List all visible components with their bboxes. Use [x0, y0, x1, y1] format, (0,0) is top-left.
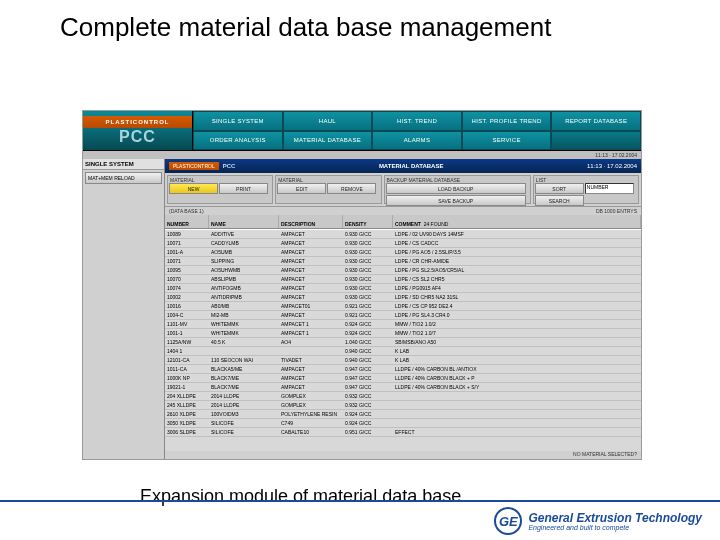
table-row[interactable]: 245 XLLDPE2014 LLDPEGOMPLEX0.932 G/CC — [165, 401, 641, 410]
cell-comment: EFFECT — [393, 428, 641, 436]
sort-button[interactable]: SORT — [535, 183, 584, 194]
remove-button[interactable]: REMOVE — [327, 183, 376, 194]
print-button[interactable]: PRINT — [219, 183, 268, 194]
sort-field[interactable]: NUMBER — [585, 183, 634, 194]
table-row[interactable]: 10070ABSLIPMBAMPACET0.930 G/CCLDPE / CS … — [165, 275, 641, 284]
table-body[interactable]: 10089ADDITIVEAMPACET0.930 G/CCLDPE / 02 … — [165, 229, 641, 451]
cell-name: 40.5 K — [209, 338, 279, 346]
cell-comment: SB/MSB/ANO A50 — [393, 338, 641, 346]
col-description[interactable]: DESCRIPTION — [279, 215, 343, 228]
cell-comment: LDPE / CS CP 952 DE2.4 — [393, 302, 641, 310]
table-row[interactable]: 1404 10.940 G/CCK LAB — [165, 347, 641, 356]
sidebar: SINGLE SYSTEM MAT+MEM RELOAD — [83, 159, 165, 459]
cell-density: 0.930 G/CC — [343, 293, 393, 301]
cell-density: 1.040 G/CC — [343, 338, 393, 346]
load-backup-button[interactable]: LOAD BACKUP — [386, 183, 526, 194]
nav-hist-profile[interactable]: HIST. PROFILE TREND — [462, 111, 552, 131]
cell-number: 12101-CA — [165, 356, 209, 364]
table-row[interactable]: 12101-CA110 SEOCON WAITIVADET0.940 G/CCK… — [165, 356, 641, 365]
table-row[interactable]: 10089ADDITIVEAMPACET0.930 G/CCLDPE / 02 … — [165, 230, 641, 239]
nav-haul[interactable]: HAUL — [283, 111, 373, 131]
table-row[interactable]: 10074ANTIFOGMBAMPACET0.930 G/CCLDPE / PG… — [165, 284, 641, 293]
table-row[interactable]: 19021-1BLACK7/MEAMPACET0.947 G/CCLLDPE /… — [165, 383, 641, 392]
nav-hist-trend[interactable]: HIST. TREND — [372, 111, 462, 131]
cell-number: 19021-1 — [165, 383, 209, 391]
cell-name: ADDITIVE — [209, 230, 279, 238]
cell-density: 0.921 G/CC — [343, 311, 393, 319]
table-row[interactable]: 3050 XLDPESILICOFEC7490.924 G/CC — [165, 419, 641, 428]
cell-desc: GOMPLEX — [279, 392, 343, 400]
cell-name: MI2-MB — [209, 311, 279, 319]
nav-alarms[interactable]: ALARMS — [372, 131, 462, 151]
cell-desc: AMPACET — [279, 383, 343, 391]
nav-rows: SINGLE SYSTEM HAUL HIST. TREND HIST. PRO… — [193, 111, 641, 150]
col-number[interactable]: NUMBER — [165, 215, 209, 228]
cell-number: 1404 1 — [165, 347, 209, 355]
brand-name: PCC — [119, 128, 156, 146]
nav-service[interactable]: SERVICE — [462, 131, 552, 151]
cell-density: 0.930 G/CC — [343, 266, 393, 274]
save-backup-button[interactable]: SAVE BACKUP — [386, 195, 526, 206]
table-row[interactable]: 1011-CABLACKA5/MEAMPACET0.947 G/CCLLDPE … — [165, 365, 641, 374]
cell-density: 0.940 G/CC — [343, 347, 393, 355]
cell-name: SILICOFE — [209, 428, 279, 436]
cell-desc: AMPACET — [279, 239, 343, 247]
sidebar-matmem-reload[interactable]: MAT+MEM RELOAD — [85, 172, 162, 184]
cell-name: 110 SEOCON WAI — [209, 356, 279, 364]
search-button[interactable]: SEARCH — [535, 195, 584, 206]
cell-density: 0.947 G/CC — [343, 383, 393, 391]
col-name[interactable]: NAME — [209, 215, 279, 228]
cell-name: SILICOFE — [209, 419, 279, 427]
col-comment[interactable]: COMMENT 24 FOUND — [393, 215, 641, 228]
top-status: 11:13 · 17.02.2004 — [83, 151, 641, 159]
cell-number: 10089 — [165, 230, 209, 238]
cell-comment: K LAB — [393, 356, 641, 364]
nav-report-db[interactable]: REPORT DATABASE — [551, 111, 641, 131]
cell-name: CADDYLMB — [209, 239, 279, 247]
table-row[interactable]: 10016AB0/MBAMPACET010.921 G/CCLDPE / CS … — [165, 302, 641, 311]
table-row[interactable]: 3006 SLDPESILICOFECABALTE100.951 G/CCEFF… — [165, 428, 641, 437]
cell-number: 245 XLLDPE — [165, 401, 209, 409]
cell-number: 1000K NP — [165, 374, 209, 382]
table-entries: DB 1000 ENTRYS — [596, 208, 637, 214]
table-row[interactable]: 10071SLIPPINGAMPACET0.930 G/CCLDPE / CR … — [165, 257, 641, 266]
cell-desc — [279, 347, 343, 355]
cell-name: 100VOIDM3 — [209, 410, 279, 418]
nav-order-analysis[interactable]: ORDER ANALYSIS — [193, 131, 283, 151]
table-row[interactable]: 1001-1WHITEMMKAMPACET 10.924 G/CCMMW / T… — [165, 329, 641, 338]
table-row[interactable]: 1000K NPBLACK7/MEAMPACET0.947 G/CCLLDPE … — [165, 374, 641, 383]
cell-comment — [393, 392, 641, 400]
table-row[interactable]: 1101-MVWHITEMMKAMPACET 10.924 G/CCMMW / … — [165, 320, 641, 329]
cell-density: 0.930 G/CC — [343, 257, 393, 265]
cell-comment: MMW / TIO2 1.0/7 — [393, 329, 641, 337]
cell-density: 0.932 G/CC — [343, 392, 393, 400]
col-density[interactable]: DENSITY — [343, 215, 393, 228]
cell-desc: AO4 — [279, 338, 343, 346]
table-row[interactable]: 10095AO5UHWMBAMPACET0.930 G/CCLDPE / PG … — [165, 266, 641, 275]
cell-density: 0.930 G/CC — [343, 230, 393, 238]
table-row[interactable]: 10071CADDYLMBAMPACET0.930 G/CCLDPE / CS … — [165, 239, 641, 248]
nav-single-system[interactable]: SINGLE SYSTEM — [193, 111, 283, 131]
cell-density: 0.930 G/CC — [343, 239, 393, 247]
cell-desc: AMPACET — [279, 248, 343, 256]
table-row[interactable]: 1125A/NW40.5 KAO41.040 G/CCSB/MSB/ANO A5… — [165, 338, 641, 347]
table-row[interactable]: 1001-AAO5UMBAMPACET0.930 G/CCLDPE / PG A… — [165, 248, 641, 257]
table-row[interactable]: 10002ANTIDRIPMBAMPACET0.930 G/CCLDPE / S… — [165, 293, 641, 302]
nav-material-db[interactable]: MATERIAL DATABASE — [283, 131, 373, 151]
brand-block: PLASTICONTROL PCC — [83, 111, 193, 150]
cell-density: 0.924 G/CC — [343, 410, 393, 418]
cell-desc: AMPACET — [279, 293, 343, 301]
cell-desc: AMPACET — [279, 374, 343, 382]
cell-comment: LDPE / PG AO5 / 2.5SLIP/3.5 — [393, 248, 641, 256]
table-row[interactable]: 2610 XLDPE100VOIDM3POLYETHYLENE RESIN0.9… — [165, 410, 641, 419]
table-row[interactable]: 1004-CMI2-MBAMPACET0.921 G/CCLDPE / PG S… — [165, 311, 641, 320]
edit-button[interactable]: EDIT — [277, 183, 326, 194]
cell-comment: LDPE / CS CADCC — [393, 239, 641, 247]
cell-desc: AMPACET — [279, 365, 343, 373]
table-row[interactable]: 204 XLLDPE2014 LLDPEGOMPLEX0.932 G/CC — [165, 392, 641, 401]
cell-name: BLACK7/ME — [209, 374, 279, 382]
new-button[interactable]: NEW — [169, 183, 218, 194]
cell-comment — [393, 401, 641, 409]
cell-number: 1011-CA — [165, 365, 209, 373]
cell-name: ANTIDRIPMB — [209, 293, 279, 301]
